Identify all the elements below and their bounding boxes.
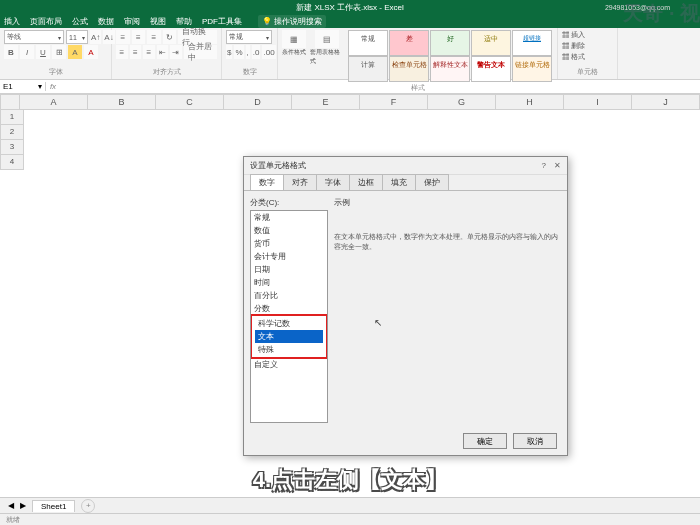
delete-cells-button[interactable]: ▦ 删除 bbox=[562, 41, 585, 51]
video-caption: 4.点击左侧【文本】 bbox=[0, 465, 700, 495]
cat-time[interactable]: 时间 bbox=[251, 276, 327, 289]
status-bar: 就绪 bbox=[0, 513, 700, 525]
menu-review[interactable]: 审阅 bbox=[124, 16, 140, 27]
tab-align[interactable]: 对齐 bbox=[283, 174, 317, 190]
col-header[interactable]: F bbox=[360, 94, 428, 110]
percent-button[interactable]: % bbox=[234, 45, 243, 59]
window-title: 新建 XLSX 工作表.xlsx - Excel bbox=[296, 2, 404, 13]
align-mid-button[interactable]: ≡ bbox=[132, 30, 146, 44]
select-all-corner[interactable] bbox=[0, 94, 20, 110]
close-icon[interactable]: ✕ bbox=[554, 161, 561, 170]
font-name-dropdown[interactable]: 等线 bbox=[4, 30, 64, 44]
name-box[interactable]: E1▾ bbox=[0, 82, 46, 91]
tab-font[interactable]: 字体 bbox=[316, 174, 350, 190]
fill-color-button[interactable]: A bbox=[68, 45, 82, 59]
style-calc[interactable]: 计算 bbox=[348, 56, 388, 82]
cond-format-button[interactable]: ▦ bbox=[282, 30, 306, 48]
menu-pagelayout[interactable]: 页面布局 bbox=[30, 16, 62, 27]
cat-text[interactable]: 文本 bbox=[255, 330, 323, 343]
menu-formulas[interactable]: 公式 bbox=[72, 16, 88, 27]
title-bar: 新建 XLSX 工作表.xlsx - Excel 294981053@qq.co… bbox=[0, 0, 700, 14]
ok-button[interactable]: 确定 bbox=[463, 433, 507, 449]
align-top-button[interactable]: ≡ bbox=[116, 30, 130, 44]
font-color-button[interactable]: A bbox=[84, 45, 98, 59]
col-header[interactable]: I bbox=[564, 94, 632, 110]
tab-number[interactable]: 数字 bbox=[250, 174, 284, 190]
style-bad[interactable]: 差 bbox=[389, 30, 429, 56]
menu-data[interactable]: 数据 bbox=[98, 16, 114, 27]
row-header[interactable]: 1 bbox=[0, 110, 24, 125]
cat-scientific[interactable]: 科学记数 bbox=[255, 317, 323, 330]
cancel-button[interactable]: 取消 bbox=[513, 433, 557, 449]
menu-pdf[interactable]: PDF工具集 bbox=[202, 16, 242, 27]
tab-border[interactable]: 边框 bbox=[349, 174, 383, 190]
cat-general[interactable]: 常规 bbox=[251, 211, 327, 224]
border-button[interactable]: ⊞ bbox=[52, 45, 66, 59]
dialog-tabs: 数字 对齐 字体 边框 填充 保护 bbox=[244, 175, 567, 191]
dec-decimal-button[interactable]: .00 bbox=[262, 45, 275, 59]
col-header[interactable]: H bbox=[496, 94, 564, 110]
style-good[interactable]: 好 bbox=[430, 30, 470, 56]
col-header[interactable]: D bbox=[224, 94, 292, 110]
help-icon[interactable]: ? bbox=[542, 161, 546, 170]
align-right-button[interactable]: ≡ bbox=[143, 45, 155, 59]
style-normal[interactable]: 常规 bbox=[348, 30, 388, 56]
watermark: 天奇 · 视 bbox=[623, 0, 700, 27]
inc-decimal-button[interactable]: .0 bbox=[252, 45, 261, 59]
cat-date[interactable]: 日期 bbox=[251, 263, 327, 276]
merge-center-button[interactable]: 合并居中 bbox=[184, 45, 217, 59]
new-sheet-button[interactable]: + bbox=[81, 499, 95, 513]
cat-percent[interactable]: 百分比 bbox=[251, 289, 327, 302]
style-warn[interactable]: 警告文本 bbox=[471, 56, 511, 82]
col-header[interactable]: J bbox=[632, 94, 700, 110]
italic-button[interactable]: I bbox=[20, 45, 34, 59]
row-header[interactable]: 2 bbox=[0, 125, 24, 140]
col-header[interactable]: E bbox=[292, 94, 360, 110]
format-cells-button[interactable]: ▦ 格式 bbox=[562, 52, 585, 62]
menu-insert[interactable]: 插入 bbox=[4, 16, 20, 27]
ribbon: 等线 11 A↑ A↓ B I U ⊞ A A 字体 ≡ ≡ ≡ ↻ 自动换行 … bbox=[0, 28, 700, 80]
orientation-button[interactable]: ↻ bbox=[163, 30, 177, 44]
style-explain[interactable]: 解释性文本 bbox=[430, 56, 470, 82]
cat-custom[interactable]: 自定义 bbox=[251, 358, 327, 371]
tab-protect[interactable]: 保护 bbox=[415, 174, 449, 190]
indent-inc-button[interactable]: ⇥ bbox=[170, 45, 182, 59]
cat-number[interactable]: 数值 bbox=[251, 224, 327, 237]
font-size-dropdown[interactable]: 11 bbox=[66, 30, 88, 44]
cat-currency[interactable]: 货币 bbox=[251, 237, 327, 250]
bold-button[interactable]: B bbox=[4, 45, 18, 59]
underline-button[interactable]: U bbox=[36, 45, 50, 59]
comma-button[interactable]: , bbox=[246, 45, 250, 59]
col-header[interactable]: B bbox=[88, 94, 156, 110]
sheet-tab[interactable]: Sheet1 bbox=[32, 500, 75, 512]
increase-font-button[interactable]: A↑ bbox=[90, 30, 101, 44]
style-linked[interactable]: 链接单元格 bbox=[512, 56, 552, 82]
tab-fill[interactable]: 填充 bbox=[382, 174, 416, 190]
currency-button[interactable]: $ bbox=[226, 45, 232, 59]
cat-special[interactable]: 特殊 bbox=[255, 343, 323, 356]
menu-view[interactable]: 视图 bbox=[150, 16, 166, 27]
style-check[interactable]: 检查单元格 bbox=[389, 56, 429, 82]
format-as-table-button[interactable]: ▤ bbox=[315, 30, 339, 48]
col-header[interactable]: A bbox=[20, 94, 88, 110]
indent-dec-button[interactable]: ⇤ bbox=[157, 45, 169, 59]
align-bot-button[interactable]: ≡ bbox=[147, 30, 161, 44]
category-list[interactable]: 常规 数值 货币 会计专用 日期 时间 百分比 分数 科学记数 文本 特殊 自定… bbox=[250, 210, 328, 423]
tell-me-search[interactable]: 💡 操作说明搜索 bbox=[258, 15, 326, 28]
style-neutral[interactable]: 适中 bbox=[471, 30, 511, 56]
fx-icon[interactable]: fx bbox=[46, 82, 60, 91]
ribbon-group-styles: ▦ 条件格式 ▤ 套用表格格式 常规 差 好 适中 超链接 计算 检查单元格 解… bbox=[278, 28, 558, 79]
align-center-button[interactable]: ≡ bbox=[130, 45, 142, 59]
row-header[interactable]: 4 bbox=[0, 155, 24, 170]
cat-accounting[interactable]: 会计专用 bbox=[251, 250, 327, 263]
menu-help[interactable]: 帮助 bbox=[176, 16, 192, 27]
row-header[interactable]: 3 bbox=[0, 140, 24, 155]
sheet-tab-bar: ◀▶ Sheet1 + bbox=[0, 497, 700, 513]
col-header[interactable]: C bbox=[156, 94, 224, 110]
col-header[interactable]: G bbox=[428, 94, 496, 110]
align-left-button[interactable]: ≡ bbox=[116, 45, 128, 59]
style-hyperlink[interactable]: 超链接 bbox=[512, 30, 552, 56]
insert-cells-button[interactable]: ▦ 插入 bbox=[562, 30, 585, 40]
example-label: 示例 bbox=[334, 197, 561, 208]
number-format-dropdown[interactable]: 常规 bbox=[226, 30, 272, 44]
